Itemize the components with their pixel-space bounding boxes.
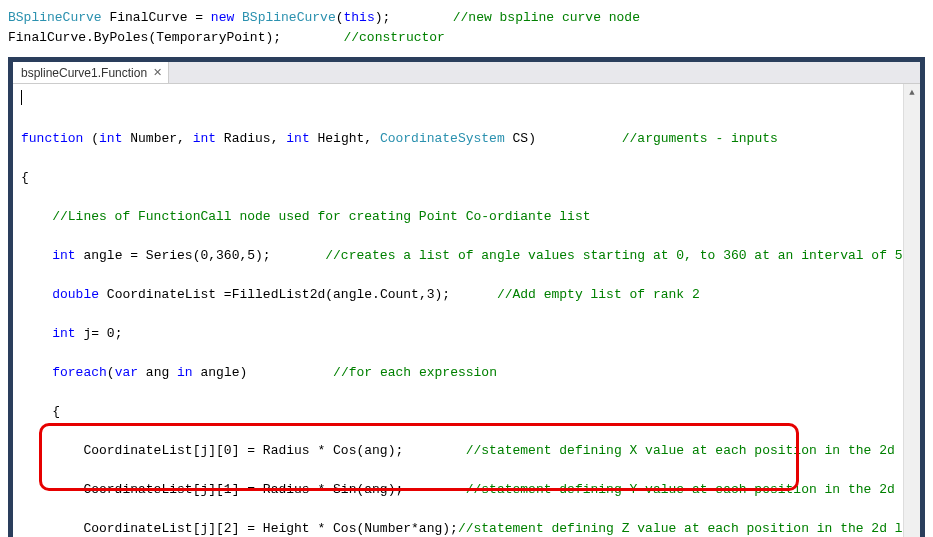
tab-bar: bsplineCurve1.Function ✕ — [13, 62, 920, 84]
tab-label: bsplineCurve1.Function — [21, 66, 147, 80]
vscroll-track[interactable] — [904, 101, 920, 537]
header-snippet: BSplineCurve FinalCurve = new BSplineCur… — [8, 8, 925, 47]
tab-bsplinecurve-function[interactable]: bsplineCurve1.Function ✕ — [13, 62, 169, 83]
editor-frame: bsplineCurve1.Function ✕ function (int N… — [8, 57, 925, 537]
close-icon[interactable]: ✕ — [153, 66, 162, 79]
vertical-scrollbar[interactable]: ▲ ▼ — [903, 84, 920, 537]
scroll-up-icon[interactable]: ▲ — [904, 84, 920, 101]
code-editor[interactable]: function (int Number, int Radius, int He… — [13, 84, 920, 537]
text-cursor — [21, 90, 22, 105]
